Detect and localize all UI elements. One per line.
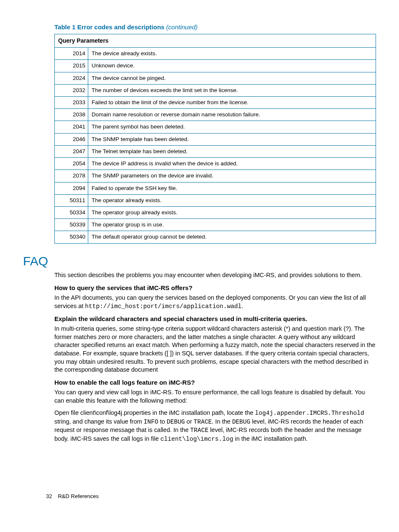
- faq-a1-code: http://imc_host:port/imcrs/application.w…: [85, 303, 241, 310]
- error-description: Domain name resolution or reverse domain…: [88, 109, 376, 121]
- error-code: 2014: [55, 48, 88, 60]
- error-code: 50339: [55, 219, 88, 231]
- table-row: 50334The operator group already exists.: [55, 206, 376, 218]
- faq-answer-3a: You can query and view call logs in iMC-…: [54, 388, 376, 405]
- table-row: 2047The Telnet template has been deleted…: [55, 145, 376, 157]
- a3b-t8: in the iMC installation path.: [233, 435, 308, 442]
- a3b-t1: Open file client\conf\log4j.properties i…: [54, 409, 255, 416]
- error-code: 2054: [55, 158, 88, 170]
- a3b-c6: TRACE: [190, 427, 209, 434]
- error-description: The device IP address is invalid when th…: [88, 158, 376, 170]
- table-row: 2078The SNMP parameters on the device ar…: [55, 170, 376, 182]
- faq-question-2: Explain the wildcard characters and spec…: [54, 315, 376, 323]
- error-description: The Telnet template has been deleted.: [88, 145, 376, 157]
- error-description: The operator group is in use.: [88, 219, 376, 231]
- table-row: 50339The operator group is in use.: [55, 219, 376, 231]
- faq-a1-post: .: [242, 303, 243, 309]
- footer-section: R&D References: [58, 493, 99, 499]
- error-code: 2015: [55, 60, 88, 72]
- table-row: 2024The device cannot be pinged.: [55, 72, 376, 84]
- error-code: 50340: [55, 231, 88, 243]
- a3b-c7: client\log\imcrs.log: [161, 436, 233, 442]
- faq-question-3: How to enable the call logs feature on i…: [54, 378, 376, 387]
- error-code: 50334: [55, 206, 88, 218]
- error-description: Unknown device.: [88, 60, 376, 72]
- error-description: The number of devices exceeds the limit …: [88, 84, 376, 96]
- faq-intro: This section describes the problems you …: [54, 271, 376, 280]
- table-row: 2041The parent symbol has been deleted.: [55, 121, 376, 133]
- faq-answer-3b: Open file client\conf\log4j.properties i…: [54, 409, 376, 443]
- table-header: Query Parameters: [55, 34, 376, 48]
- error-description: The parent symbol has been deleted.: [88, 121, 376, 133]
- error-description: The default operator group cannot be del…: [88, 231, 376, 243]
- error-description: The SNMP parameters on the device are in…: [88, 170, 376, 182]
- faq-answer-2: In multi-criteria queries, some string-t…: [54, 325, 376, 374]
- table-row: 2094Failed to operate the SSH key file.: [55, 182, 376, 194]
- table-row: 2014The device already exists.: [55, 48, 376, 60]
- table-caption: Table 1 Error codes and descriptions (co…: [54, 23, 376, 31]
- table-row: 50340The default operator group cannot b…: [55, 231, 376, 243]
- error-description: Failed to obtain the limit of the device…: [88, 97, 376, 109]
- table-row: 2032The number of devices exceeds the li…: [55, 84, 376, 96]
- error-description: Failed to operate the SSH key file.: [88, 182, 376, 194]
- error-code: 2024: [55, 72, 88, 84]
- a3b-t4: or: [185, 418, 194, 425]
- table-row: 50311The operator already exists.: [55, 194, 376, 206]
- page-footer: 32R&D References: [46, 493, 99, 500]
- error-code: 2033: [55, 97, 88, 109]
- error-description: The operator group already exists.: [88, 206, 376, 218]
- a3b-t3: to: [158, 418, 166, 425]
- table-caption-suffix: (continued): [166, 23, 197, 31]
- error-code: 2094: [55, 182, 88, 194]
- table-row: 2054The device IP address is invalid whe…: [55, 158, 376, 170]
- table-row: 2038Domain name resolution or reverse do…: [55, 109, 376, 121]
- error-code: 2078: [55, 170, 88, 182]
- table-caption-prefix: Table 1 Error codes and descriptions: [54, 23, 166, 31]
- error-code: 2046: [55, 133, 88, 145]
- a3b-c5: DEBUG: [232, 419, 251, 425]
- table-row: 2046The SNMP template has been deleted.: [55, 133, 376, 145]
- error-code: 2041: [55, 121, 88, 133]
- error-description: The device cannot be pinged.: [88, 72, 376, 84]
- a3b-c3: DEBUG: [167, 419, 185, 425]
- a3b-t5: . In the: [212, 418, 232, 425]
- a3b-c1: log4j.appender.IMCRS.Threshold: [255, 410, 364, 416]
- a3b-t2: string, and change its value from: [54, 418, 144, 425]
- error-description: The operator already exists.: [88, 194, 376, 206]
- error-description: The SNMP template has been deleted.: [88, 133, 376, 145]
- error-code: 2038: [55, 109, 88, 121]
- faq-heading: FAQ: [23, 253, 376, 270]
- faq-answer-1: In the API documents, you can query the …: [54, 294, 376, 311]
- a3b-c4: TRACE: [194, 419, 212, 425]
- table-row: 2033Failed to obtain the limit of the de…: [55, 97, 376, 109]
- page-number: 32: [46, 493, 52, 499]
- a3b-c2: INFO: [144, 419, 159, 425]
- error-code: 50311: [55, 194, 88, 206]
- error-description: The device already exists.: [88, 48, 376, 60]
- error-codes-table: Query Parameters 2014The device already …: [54, 34, 376, 243]
- error-code: 2032: [55, 84, 88, 96]
- faq-question-1: How to query the services that iMC-RS of…: [54, 284, 376, 292]
- error-code: 2047: [55, 145, 88, 157]
- table-row: 2015Unknown device.: [55, 60, 376, 72]
